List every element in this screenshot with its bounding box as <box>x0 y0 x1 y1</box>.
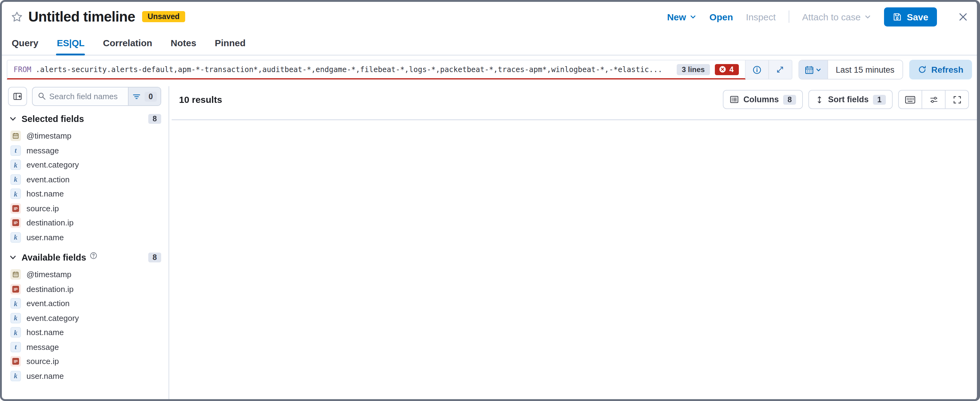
field-item-host.name[interactable]: khost.name <box>8 325 161 340</box>
editor-toolbar <box>745 60 792 80</box>
field-item-event.action[interactable]: kevent.action <box>8 296 161 311</box>
tabs: QueryES|QLCorrelationNotesPinned <box>2 31 977 56</box>
calendar-icon <box>805 65 814 74</box>
field-name: event.category <box>27 313 79 323</box>
search-icon <box>38 92 46 101</box>
field-item-event.action[interactable]: kevent.action <box>8 172 161 187</box>
keyword-token-icon: k <box>10 313 21 323</box>
collapse-panel-icon <box>13 92 22 101</box>
results-count: 10 results <box>179 94 222 105</box>
error-icon <box>718 65 726 73</box>
favorite-star-icon[interactable] <box>11 11 23 22</box>
grid-controls: Columns 8 Sort fields 1 <box>723 90 969 109</box>
ip-token-glyph: IP <box>12 220 19 226</box>
time-range-display[interactable]: Last 15 minutes <box>827 61 902 79</box>
available-fields-header[interactable]: Available fields 8 <box>9 252 161 262</box>
selected-fields-header[interactable]: Selected fields 8 <box>9 114 161 124</box>
filter-count-badge: 0 <box>144 91 157 101</box>
field-item-source.ip[interactable]: IPsource.ip <box>8 201 161 216</box>
date-quick-select-button[interactable] <box>799 61 827 79</box>
field-name: message <box>27 146 59 155</box>
inspect-button[interactable]: Inspect <box>746 11 776 22</box>
esql-keyword: FROM <box>14 65 31 73</box>
results-panel: 10 results Columns 8 Sort fields 1 <box>169 86 977 399</box>
error-count-badge[interactable]: 4 <box>714 64 738 75</box>
filter-icon <box>132 92 141 101</box>
new-button[interactable]: New <box>667 11 697 22</box>
refresh-icon <box>918 65 926 74</box>
field-item-destination.ip[interactable]: IPdestination.ip <box>8 282 161 296</box>
tab-pinned[interactable]: Pinned <box>214 31 246 55</box>
fullscreen-icon[interactable] <box>945 91 968 109</box>
tab-query[interactable]: Query <box>11 31 39 55</box>
field-item-event.category[interactable]: kevent.category <box>8 311 161 325</box>
expand-editor-icon[interactable] <box>768 61 791 79</box>
timeline-modal: Untitled timeline Unsaved New Open Inspe… <box>0 0 980 401</box>
field-name: event.action <box>27 175 70 184</box>
help-icon[interactable] <box>90 252 97 259</box>
sort-icon <box>815 95 824 104</box>
available-fields-list: @timestampIPdestination.ipkevent.actionk… <box>8 267 161 383</box>
open-button[interactable]: Open <box>709 11 733 22</box>
table-body <box>172 120 977 399</box>
text-token-icon: t <box>10 145 21 156</box>
keyword-token-icon: k <box>10 189 21 199</box>
chevron-down-icon <box>9 115 17 123</box>
field-item-@timestamp[interactable]: @timestamp <box>8 267 161 282</box>
field-item-message[interactable]: tmessage <box>8 143 161 158</box>
field-name: host.name <box>27 328 64 337</box>
field-name: @timestamp <box>27 131 72 141</box>
collapse-sidebar-button[interactable] <box>8 87 27 106</box>
chevron-down-icon <box>816 67 821 72</box>
info-icon[interactable] <box>745 61 768 79</box>
columns-icon <box>730 95 739 104</box>
available-fields-title: Available fields <box>22 252 86 262</box>
field-item-source.ip[interactable]: IPsource.ip <box>8 354 161 369</box>
divider <box>789 10 789 23</box>
tab-notes[interactable]: Notes <box>170 31 197 55</box>
refresh-button[interactable]: Refresh <box>909 60 972 80</box>
chevron-down-icon <box>690 13 697 20</box>
selected-fields-title: Selected fields <box>22 114 84 124</box>
field-item-@timestamp[interactable]: @timestamp <box>8 129 161 143</box>
columns-count-badge: 8 <box>783 94 796 104</box>
esql-query-bar: FROM.alerts-security.alerts-default,apm-… <box>7 60 972 80</box>
date-picker: Last 15 minutes <box>798 60 903 80</box>
field-item-user.name[interactable]: kuser.name <box>8 230 161 244</box>
ip-token-icon: IP <box>10 284 21 294</box>
lines-badge[interactable]: 3 lines <box>677 64 710 75</box>
content: 0 Selected fields 8 @timestamptmessageke… <box>2 86 977 399</box>
field-name: event.action <box>27 299 70 308</box>
tab-es-ql[interactable]: ES|QL <box>56 31 85 55</box>
tab-correlation[interactable]: Correlation <box>102 31 153 55</box>
timeline-title[interactable]: Untitled timeline <box>28 8 135 25</box>
field-item-destination.ip[interactable]: IPdestination.ip <box>8 216 161 230</box>
keyword-token-icon: k <box>10 232 21 243</box>
save-button[interactable]: Save <box>884 7 937 26</box>
field-item-user.name[interactable]: kuser.name <box>8 369 161 383</box>
field-name: user.name <box>27 233 64 242</box>
save-icon <box>892 12 902 21</box>
timeline-header: Untitled timeline Unsaved New Open Inspe… <box>2 2 977 31</box>
attach-to-case-button[interactable]: Attach to case <box>802 11 871 22</box>
search-input[interactable] <box>33 92 128 101</box>
field-filter-button[interactable]: 0 <box>128 88 161 105</box>
field-name: destination.ip <box>27 218 73 228</box>
close-icon[interactable] <box>958 12 968 21</box>
field-item-host.name[interactable]: khost.name <box>8 187 161 201</box>
ip-token-icon: IP <box>10 356 21 367</box>
display-settings-icon[interactable] <box>921 91 945 109</box>
field-item-message[interactable]: tmessage <box>8 340 161 354</box>
field-name: user.name <box>27 371 64 381</box>
keyword-token-icon: k <box>10 160 21 170</box>
sort-fields-button[interactable]: Sort fields 1 <box>808 90 892 109</box>
keyword-token-icon: k <box>10 371 21 381</box>
selected-fields-count: 8 <box>148 114 161 124</box>
ip-token-icon: IP <box>10 203 21 214</box>
columns-button[interactable]: Columns 8 <box>723 90 803 109</box>
keyboard-shortcuts-icon[interactable] <box>899 91 921 109</box>
field-name: event.category <box>27 160 79 170</box>
esql-editor[interactable]: FROM.alerts-security.alerts-default,apm-… <box>7 60 745 80</box>
esql-query-text[interactable]: FROM.alerts-security.alerts-default,apm-… <box>14 65 672 73</box>
field-item-event.category[interactable]: kevent.category <box>8 158 161 172</box>
